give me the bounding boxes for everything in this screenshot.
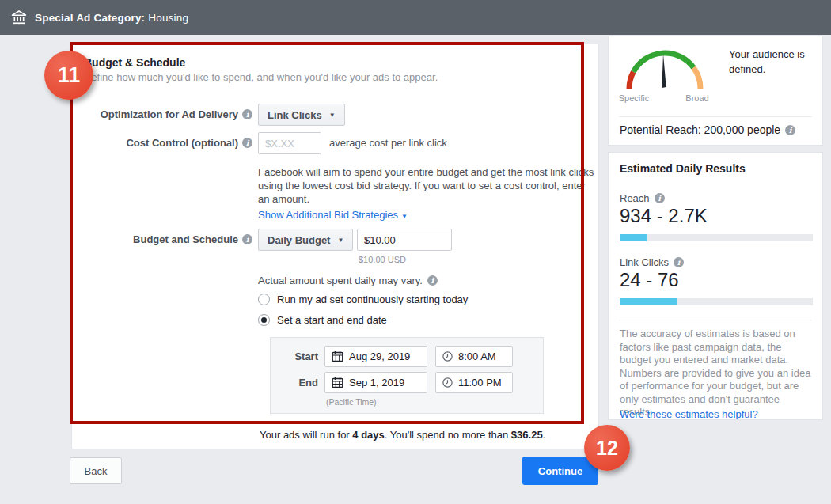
audience-definition-card: Specific Broad Your audience is defined.… bbox=[608, 36, 823, 146]
reach-progress-track bbox=[620, 234, 813, 241]
info-icon[interactable] bbox=[427, 275, 438, 286]
gauge-needle bbox=[662, 54, 666, 88]
link-clicks-label: Link Clicks bbox=[620, 256, 684, 268]
end-time-value: 11:00 PM bbox=[458, 377, 502, 388]
bank-building-icon bbox=[11, 10, 27, 25]
clock-icon bbox=[442, 351, 453, 362]
reach-label: Reach bbox=[620, 192, 665, 204]
estimates-helpful-link[interactable]: Were these estimates helpful? bbox=[620, 408, 758, 420]
radio-selected-icon[interactable] bbox=[258, 314, 270, 326]
budget-schedule-card: Budget & Schedule Define how much you'd … bbox=[71, 44, 599, 449]
timezone-note: (Pacific Time) bbox=[326, 397, 377, 407]
radio-start-end-date[interactable]: Set a start and end date bbox=[258, 314, 387, 326]
radio-start-end-label: Set a start and end date bbox=[277, 314, 387, 326]
reach-value: 934 - 2.7K bbox=[620, 205, 708, 227]
info-icon[interactable] bbox=[655, 193, 665, 203]
end-time-field[interactable]: 11:00 PM bbox=[435, 372, 513, 393]
summary-days: 4 days bbox=[352, 429, 384, 441]
info-icon[interactable] bbox=[242, 234, 252, 244]
vary-note-text: Actual amount spent daily may vary. bbox=[258, 275, 423, 286]
budget-schedule-label: Budget and Schedule bbox=[72, 233, 252, 245]
info-icon[interactable] bbox=[785, 125, 795, 135]
special-ad-category-banner: Special Ad Category: Housing bbox=[0, 0, 831, 35]
show-bid-strategies-link[interactable]: Show Additional Bid Strategies bbox=[258, 209, 408, 221]
link-clicks-label-text: Link Clicks bbox=[620, 256, 669, 268]
annotation-step-11: 11 bbox=[44, 51, 93, 100]
optimization-value: Link Clicks bbox=[268, 109, 322, 121]
optimization-label-text: Optimization for Ad Delivery bbox=[101, 108, 238, 120]
divider bbox=[619, 116, 812, 117]
audience-gauge bbox=[621, 36, 708, 100]
budget-amount-usd: $10.00 USD bbox=[359, 255, 406, 264]
section-title: Budget & Schedule bbox=[84, 56, 185, 69]
budget-schedule-label-text: Budget and Schedule bbox=[133, 233, 238, 245]
run-summary: Your ads will run for 4 days. You'll spe… bbox=[260, 429, 545, 441]
info-icon[interactable] bbox=[674, 257, 684, 267]
link-clicks-value: 24 - 76 bbox=[620, 269, 679, 291]
clock-icon bbox=[442, 377, 453, 388]
section-subtitle: Define how much you'd like to spend, and… bbox=[84, 71, 438, 83]
divider bbox=[619, 320, 812, 320]
link-clicks-progress-track bbox=[620, 298, 813, 305]
summary-part1: Your ads will run for bbox=[260, 429, 352, 441]
calendar-icon bbox=[332, 377, 343, 388]
summary-part3: . bbox=[543, 429, 546, 441]
estimates-title: Estimated Daily Results bbox=[620, 162, 746, 175]
cost-control-suffix: average cost per link click bbox=[329, 137, 447, 149]
budget-amount-input[interactable] bbox=[357, 229, 452, 251]
vary-note: Actual amount spent daily may vary. bbox=[258, 275, 438, 286]
budget-type-value: Daily Budget bbox=[268, 234, 330, 246]
cost-control-label-text: Cost Control (optional) bbox=[126, 137, 238, 149]
info-icon[interactable] bbox=[242, 138, 252, 148]
banner-title-value: Housing bbox=[148, 12, 188, 24]
gauge-label-broad: Broad bbox=[680, 93, 715, 103]
cost-control-input[interactable] bbox=[258, 132, 321, 154]
banner-title: Special Ad Category: Housing bbox=[35, 12, 188, 24]
radio-run-continuously[interactable]: Run my ad set continuously starting toda… bbox=[258, 294, 468, 305]
banner-title-strong: Special Ad Category: bbox=[35, 12, 145, 24]
start-date-value: Aug 29, 2019 bbox=[349, 351, 410, 362]
reach-progress-fill bbox=[620, 234, 647, 241]
potential-reach: Potential Reach: 200,000 people bbox=[620, 123, 795, 136]
end-label: End bbox=[277, 377, 318, 388]
info-icon[interactable] bbox=[242, 109, 252, 119]
potential-reach-text: Potential Reach: 200,000 people bbox=[620, 123, 780, 136]
radio-run-continuously-label: Run my ad set continuously starting toda… bbox=[277, 294, 468, 305]
continue-button[interactable]: Continue bbox=[522, 457, 598, 485]
bid-strategy-note: Facebook will aim to spend your entire b… bbox=[258, 165, 597, 206]
gauge-label-specific: Specific bbox=[617, 93, 651, 103]
radio-unselected-icon[interactable] bbox=[258, 294, 270, 305]
end-date-value: Sep 1, 2019 bbox=[349, 377, 404, 388]
optimization-label: Optimization for Ad Delivery bbox=[72, 108, 252, 120]
start-time-field[interactable]: 8:00 AM bbox=[435, 346, 513, 367]
start-label: Start bbox=[277, 351, 318, 362]
budget-type-dropdown[interactable]: Daily Budget bbox=[258, 229, 353, 251]
start-date-field[interactable]: Aug 29, 2019 bbox=[324, 346, 427, 367]
annotation-step-12: 12 bbox=[584, 425, 630, 471]
cost-control-label: Cost Control (optional) bbox=[72, 137, 252, 149]
summary-amount: $36.25 bbox=[511, 429, 543, 441]
estimates-disclaimer: The accuracy of estimates is based on fa… bbox=[620, 328, 814, 419]
link-clicks-progress-fill bbox=[620, 298, 677, 305]
estimated-daily-results-card: Estimated Daily Results Reach 934 - 2.7K… bbox=[608, 152, 823, 420]
audience-status: Your audience is defined. bbox=[729, 47, 816, 77]
reach-label-text: Reach bbox=[620, 192, 650, 204]
start-time-value: 8:00 AM bbox=[458, 351, 496, 362]
summary-part2: . You'll spend no more than bbox=[385, 429, 511, 441]
calendar-icon bbox=[332, 351, 343, 362]
schedule-date-panel: Start Aug 29, 2019 8:00 AM End Sep 1, 2 bbox=[270, 337, 544, 414]
optimization-dropdown[interactable]: Link Clicks bbox=[258, 104, 345, 126]
end-date-field[interactable]: Sep 1, 2019 bbox=[324, 372, 427, 393]
show-bid-strategies-text: Show Additional Bid Strategies bbox=[258, 209, 398, 221]
back-button[interactable]: Back bbox=[70, 457, 122, 484]
